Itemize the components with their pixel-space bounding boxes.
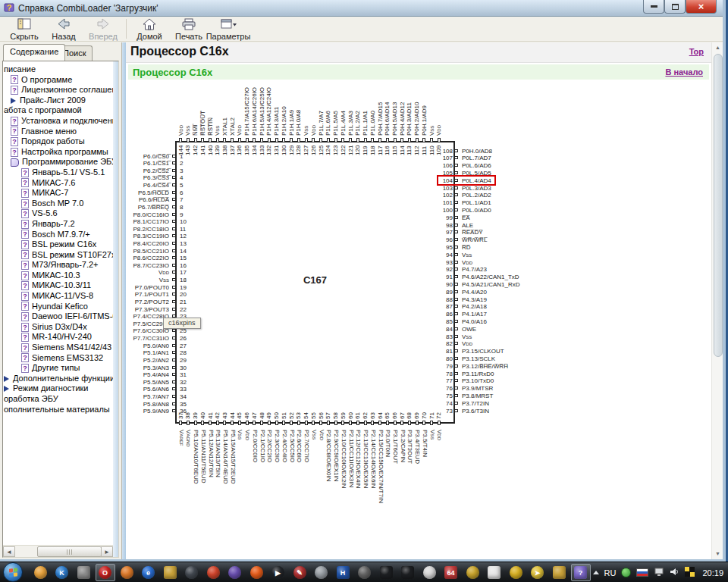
tree-item[interactable]: ?МИКАС-7 bbox=[3, 188, 113, 199]
taskbar-icon-skull-app[interactable] bbox=[355, 564, 375, 581]
tree-item[interactable]: оработка ЭБУ bbox=[3, 394, 113, 405]
toolbar-button-скрыть[interactable]: Скрыть bbox=[5, 17, 44, 41]
taskbar-icon-firefox[interactable] bbox=[117, 564, 136, 581]
taskbar-icon-purple-app[interactable] bbox=[225, 564, 245, 581]
taskbar-icon-help-viewer[interactable]: ? bbox=[571, 564, 591, 581]
scroll-left-arrow[interactable]: ◄ bbox=[3, 546, 15, 557]
tree-item[interactable]: ?Январь-7.2 bbox=[3, 219, 113, 230]
taskbar-icon-app-orange-ball[interactable] bbox=[30, 564, 50, 581]
checkered-tray-icon[interactable] bbox=[685, 566, 695, 580]
back-to-start-link[interactable]: В начало bbox=[665, 67, 703, 77]
taskbar-icon-chrome-red[interactable] bbox=[203, 564, 223, 581]
volume-icon[interactable] bbox=[670, 566, 679, 580]
tree-item[interactable]: ?BSL режим ST10F27x bbox=[3, 250, 113, 261]
top-link[interactable]: Top bbox=[689, 47, 704, 56]
network-icon[interactable] bbox=[654, 566, 664, 580]
tree-item-label: Прайс-Лист 2009 bbox=[20, 95, 86, 106]
toolbar-button-домой[interactable]: Домой bbox=[130, 17, 169, 41]
taskbar-icon-media-dark[interactable] bbox=[182, 564, 202, 581]
tree-item[interactable]: ?Bosch M7.9.7/+ bbox=[3, 230, 113, 240]
taskbar-icon-console-2[interactable] bbox=[398, 564, 418, 581]
tray-green-icon[interactable] bbox=[621, 568, 631, 577]
tree-item[interactable]: Дополнительные функции bbox=[3, 374, 113, 384]
taskbar-icon-internet-explorer[interactable]: e bbox=[139, 564, 158, 581]
tree-item[interactable]: ?О программе bbox=[3, 75, 113, 86]
tree-item[interactable]: ?МИКАС-11/VS-8 bbox=[3, 291, 113, 302]
tree-item[interactable]: ?Daewoo IEFI-6/ITMS-6F bbox=[3, 311, 113, 322]
tree-item[interactable]: ?Лицензионное соглашение bbox=[3, 85, 113, 95]
taskbar-icon-person-app[interactable] bbox=[419, 564, 439, 581]
scroll-right-arrow[interactable]: ► bbox=[101, 546, 113, 557]
taskbar-icon-gray-tool[interactable] bbox=[312, 564, 331, 581]
tree-item[interactable]: ?МИКАС-7.6 bbox=[3, 178, 113, 189]
tree-item[interactable]: ?Другие типы bbox=[3, 363, 113, 374]
tree-item[interactable]: абота с программой bbox=[3, 105, 113, 116]
tree-item[interactable]: ?МИКАС-10.3 bbox=[3, 271, 113, 281]
tree-item[interactable]: Прайс-Лист 2009 bbox=[3, 95, 113, 106]
tree-item[interactable]: ?Главное меню bbox=[3, 127, 113, 137]
taskbar-icon-opera[interactable]: O bbox=[96, 564, 115, 581]
title-bar[interactable]: ? Справка CombiLoader 'Загрузчик' × bbox=[0, 0, 723, 17]
taskbar-icon-blue-h[interactable]: H bbox=[333, 564, 353, 581]
taskbar-icon-folder[interactable] bbox=[160, 564, 180, 581]
tree-item[interactable]: ?Hyundai Kefico bbox=[3, 302, 113, 312]
tree-item-label: абота с программой bbox=[4, 105, 82, 116]
pin-number: 8 bbox=[180, 204, 183, 211]
taskbar-icon-app-64[interactable]: 64 bbox=[441, 564, 461, 581]
tree-item[interactable]: писание bbox=[3, 64, 113, 75]
toolbar-button-назад[interactable]: Назад bbox=[44, 17, 83, 41]
taskbar-icon-flame[interactable] bbox=[246, 564, 266, 581]
pin-20: P7.1/POUT120 bbox=[126, 291, 196, 298]
taskbar-icon-key-yellow[interactable] bbox=[506, 564, 526, 581]
hidden-icons-arrow[interactable] bbox=[593, 571, 599, 574]
tree-item[interactable]: ополнительные материалы bbox=[3, 405, 113, 415]
pin-78: 78P3.11/RxD0 bbox=[428, 371, 711, 377]
minimize-button[interactable] bbox=[643, 0, 664, 14]
close-button[interactable]: × bbox=[686, 0, 717, 14]
taskbar-icon-folder-2[interactable] bbox=[549, 564, 569, 581]
taskbar-icon-yellow-arrow[interactable]: ➤ bbox=[528, 564, 548, 581]
tree-item[interactable]: ?Bosch MP 7.0 bbox=[3, 199, 113, 209]
tree-item[interactable]: ?VS-5.6 bbox=[3, 208, 113, 219]
tree-item[interactable]: Режим диагностики bbox=[3, 383, 113, 394]
taskbar-clock[interactable]: 20:19 bbox=[702, 568, 723, 577]
tree-item[interactable]: ?MR-140/HV-240 bbox=[3, 332, 113, 343]
tree-item[interactable]: ?Siemens EMS3132 bbox=[3, 353, 113, 364]
tree-item[interactable]: Программирование ЭБУ bbox=[3, 157, 113, 167]
scroll-up-arrow[interactable]: ▲ bbox=[713, 42, 723, 53]
pin-34: P5.7/AN734 bbox=[126, 393, 196, 400]
tab-contents[interactable]: Содержание bbox=[3, 44, 65, 61]
tree-vertical-scrollbar[interactable] bbox=[113, 61, 118, 557]
scroll-down-arrow[interactable]: ▼ bbox=[713, 549, 723, 559]
taskbar-icon-notepad[interactable] bbox=[485, 564, 504, 581]
pin-label: P5.6/AN6 bbox=[126, 386, 169, 393]
tree-item[interactable]: ?МИКАС-10.3/11 bbox=[3, 280, 113, 291]
tree-item[interactable]: ?BSL режим C16x bbox=[3, 239, 113, 250]
maximize-button[interactable] bbox=[664, 0, 686, 14]
toolbar-button-параметры[interactable]: Параметры bbox=[209, 17, 248, 41]
taskbar-icon-photo-viewer[interactable] bbox=[74, 564, 93, 581]
pin-number: 124 bbox=[325, 146, 331, 155]
opera-icon: O bbox=[99, 566, 111, 579]
taskbar-icon-player-black[interactable]: ▶ bbox=[268, 564, 288, 581]
tree-item[interactable]: ?Siemens MS41/42/43 bbox=[3, 343, 113, 353]
scroll-thumb[interactable] bbox=[714, 54, 723, 357]
tree-item[interactable]: ?М73/Январь-7.2+ bbox=[3, 260, 113, 271]
tree-item[interactable]: ?Sirius D3x/D4x bbox=[3, 322, 113, 333]
taskbar-icon-kmplayer[interactable]: K bbox=[52, 564, 72, 581]
taskbar-icon-gears-yellow[interactable] bbox=[463, 564, 482, 581]
taskbar-icon-red-pencil[interactable]: ✎ bbox=[290, 564, 309, 581]
tray-flag-icon[interactable] bbox=[636, 568, 648, 577]
language-indicator[interactable]: RU bbox=[604, 568, 617, 577]
scroll-thumb[interactable] bbox=[37, 546, 102, 557]
tree-item[interactable]: ?Установка и подключение bbox=[3, 116, 113, 127]
tree-horizontal-scrollbar[interactable]: ◄ ► bbox=[3, 545, 113, 557]
toolbar-button-печать[interactable]: Печать bbox=[169, 17, 209, 41]
start-button[interactable] bbox=[3, 562, 23, 582]
content-vertical-scrollbar[interactable]: ▲ ▼ bbox=[711, 42, 723, 559]
tree-item[interactable]: ?Январь-5.1/ VS-5.1 bbox=[3, 167, 113, 178]
tree-item[interactable]: ?Настройка программы bbox=[3, 147, 113, 158]
tree-item[interactable]: ?Порядок работы bbox=[3, 136, 113, 147]
taskbar-icon-console-1[interactable] bbox=[376, 564, 396, 581]
pin-pad bbox=[172, 308, 176, 311]
